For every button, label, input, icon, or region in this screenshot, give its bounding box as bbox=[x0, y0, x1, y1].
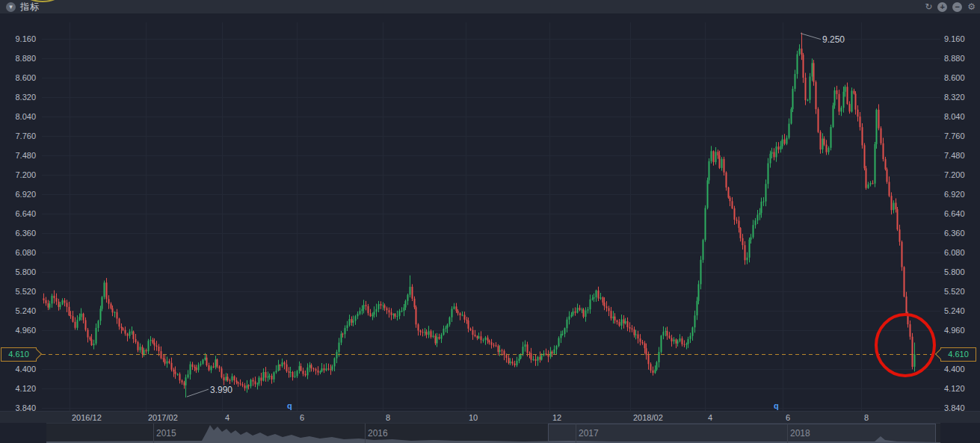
candle-body bbox=[642, 342, 644, 344]
candle-body bbox=[268, 377, 269, 377]
candle-body bbox=[531, 353, 532, 360]
dropdown-circle-icon[interactable]: ▾ bbox=[6, 2, 16, 12]
candle-body bbox=[700, 260, 702, 285]
candle-body bbox=[663, 332, 665, 335]
candle-body bbox=[247, 385, 248, 388]
candle-body bbox=[780, 146, 782, 150]
candle-body bbox=[770, 154, 771, 164]
candle-body bbox=[855, 93, 857, 109]
candle-body bbox=[73, 316, 74, 322]
navigator-year-divider bbox=[153, 424, 154, 443]
candle-body bbox=[336, 352, 338, 359]
candle-body bbox=[583, 309, 585, 317]
refresh-icon[interactable]: ↻ bbox=[925, 2, 932, 12]
candle-body bbox=[70, 315, 72, 316]
event-marker-q[interactable]: q bbox=[774, 401, 779, 410]
candle-body bbox=[407, 295, 409, 301]
candle-body bbox=[635, 335, 637, 335]
stock-chart-window: ▾ 指标 ↻ + − ⚙ 9.250 3.990 4.610 4.610 9.1… bbox=[0, 0, 980, 443]
y-axis-label: 3.840 bbox=[3, 403, 36, 412]
x-axis-label: 4 bbox=[225, 413, 229, 422]
y-axis-label: 8.600 bbox=[944, 73, 977, 82]
candle-body bbox=[478, 336, 480, 338]
y-axis-label: 8.320 bbox=[944, 93, 977, 102]
candle-body bbox=[420, 331, 422, 332]
candle-body bbox=[857, 110, 859, 117]
candle-body bbox=[303, 371, 304, 374]
zoom-out-icon[interactable]: − bbox=[952, 2, 962, 12]
y-axis-label: 6.920 bbox=[944, 190, 977, 199]
candle-body bbox=[523, 347, 524, 354]
candle-body bbox=[751, 238, 752, 240]
candle-body bbox=[893, 203, 895, 211]
candle-body bbox=[263, 372, 265, 381]
candle-body bbox=[229, 380, 231, 381]
candle-body bbox=[355, 316, 357, 320]
candle-body bbox=[834, 90, 836, 105]
candle-body bbox=[730, 198, 731, 202]
candle-body bbox=[259, 378, 260, 384]
candle-body bbox=[745, 245, 746, 260]
candle-body bbox=[248, 385, 250, 386]
zoom-in-icon[interactable]: + bbox=[937, 2, 947, 12]
candle-body bbox=[135, 339, 137, 342]
candle-body bbox=[215, 359, 217, 368]
timeline-navigator[interactable]: 2015201620172018 bbox=[46, 423, 940, 443]
candle-body bbox=[154, 343, 155, 346]
candle-body bbox=[527, 344, 528, 353]
candle-body bbox=[849, 104, 851, 111]
candle-body bbox=[617, 320, 618, 322]
candle-body bbox=[389, 310, 390, 312]
candlestick-chart-canvas[interactable] bbox=[0, 0, 980, 443]
y-axis-label: 8.600 bbox=[3, 73, 36, 82]
candle-body bbox=[496, 345, 497, 346]
x-axis-label: 8 bbox=[386, 413, 390, 422]
candle-body bbox=[119, 319, 120, 327]
candle-body bbox=[567, 320, 568, 329]
candle-body bbox=[902, 242, 903, 267]
candle-body bbox=[457, 311, 459, 313]
y-axis-label: 7.480 bbox=[3, 151, 36, 160]
settings-gear-icon[interactable]: ⚙ bbox=[967, 2, 976, 12]
candle-body bbox=[537, 357, 539, 361]
indicator-header-bar: ▾ 指标 ↻ + − ⚙ bbox=[0, 0, 980, 13]
indicator-selector[interactable]: ▾ 指标 bbox=[6, 1, 40, 13]
candle-body bbox=[226, 377, 227, 380]
candle-body bbox=[77, 320, 78, 328]
y-axis-label: 6.640 bbox=[944, 209, 977, 218]
candle-body bbox=[715, 152, 717, 162]
candle-body bbox=[833, 105, 834, 127]
candle-body bbox=[812, 63, 813, 76]
candle-body bbox=[475, 335, 476, 336]
candle-body bbox=[667, 331, 668, 335]
candle-body bbox=[366, 305, 367, 306]
candle-body bbox=[594, 297, 595, 299]
candle-body bbox=[405, 301, 407, 308]
candle-body bbox=[694, 315, 696, 327]
candle-body bbox=[485, 338, 487, 340]
high-annotation-connector bbox=[801, 34, 821, 40]
candle-body bbox=[307, 368, 309, 376]
candle-body bbox=[665, 331, 667, 332]
candle-body bbox=[719, 155, 721, 168]
candle-body bbox=[194, 367, 196, 368]
candle-body bbox=[269, 376, 271, 377]
y-axis-label: 8.040 bbox=[3, 112, 36, 121]
navigator-selection-window[interactable] bbox=[548, 424, 936, 443]
candle-body bbox=[596, 291, 597, 297]
y-axis-label: 7.760 bbox=[3, 131, 36, 140]
event-marker-q[interactable]: q bbox=[287, 401, 292, 410]
candle-body bbox=[460, 313, 461, 315]
candle-body bbox=[221, 368, 223, 377]
candle-body bbox=[564, 328, 566, 334]
candle-body bbox=[321, 368, 323, 371]
candle-body bbox=[728, 188, 730, 198]
candle-body bbox=[140, 347, 141, 350]
candle-body bbox=[656, 362, 658, 370]
candle-body bbox=[240, 383, 241, 384]
candle-body bbox=[75, 322, 76, 328]
candle-body bbox=[462, 315, 463, 316]
candle-body bbox=[441, 335, 443, 339]
candle-body bbox=[129, 332, 131, 336]
candle-body bbox=[822, 139, 824, 150]
